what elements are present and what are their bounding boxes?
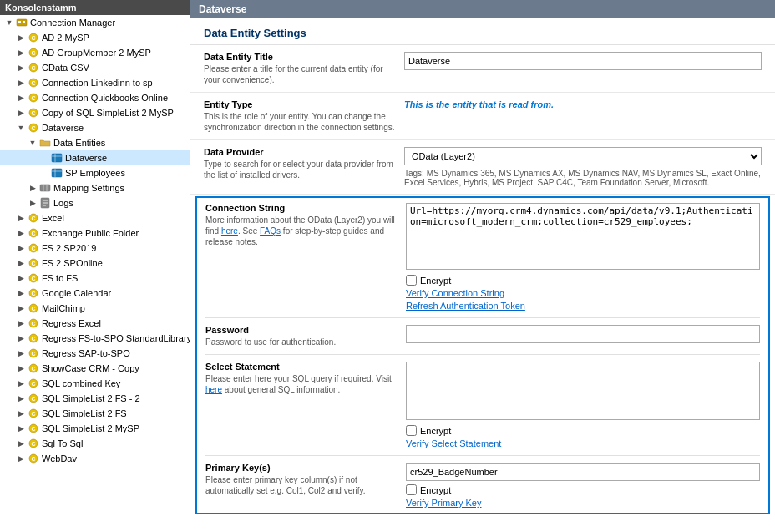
sidebar-label: Copy of SQL SimpleList 2 MySP [42,108,174,118]
data-provider-control: OData (Layer2) Tags: MS Dynamics 365, MS… [404,147,762,187]
svg-rect-0 [17,19,27,26]
sidebar-item-quickbooks[interactable]: ▶ C Connection Quickbooks Online [0,90,190,105]
sidebar-label: SQL SimpleList 2 FS [42,408,127,418]
primary-keys-input[interactable] [406,463,760,481]
svg-text:C: C [31,80,35,86]
toggle-icon: ▶ [15,424,27,433]
sidebar-item-sql-simplelist-fs[interactable]: ▶ C SQL SimpleList 2 FS [0,406,190,421]
sidebar-item-mailchimp[interactable]: ▶ C MailChimp [0,301,190,316]
sidebar-item-showcase-crm[interactable]: ▶ C ShowCase CRM - Copy [0,361,190,376]
sidebar-item-sql-to-sql[interactable]: ▶ C Sql To Sql [0,436,190,451]
toggle-icon: ▼ [27,139,38,147]
connection-string-label: Connection String [205,203,398,213]
connection-string-link-faqs[interactable]: FAQs [260,226,281,236]
sidebar-item-logs[interactable]: ▶ Logs [0,195,190,210]
refresh-auth-token-link[interactable]: Refresh Authentication Token [406,301,760,311]
sidebar-item-mapping-settings[interactable]: ▶ Mapping Settings [0,180,190,195]
sidebar-label: Regress SAP-to-SPO [42,348,130,358]
table-icon [50,166,63,180]
sidebar-item-webdav[interactable]: ▶ C WebDav [0,451,190,466]
svg-text:C: C [31,110,35,116]
entity-title-desc: Please enter a title for the current dat… [204,63,396,85]
sidebar-label: ShowCase CRM - Copy [42,363,139,373]
connection-string-textarea[interactable]: Url=https://myorg.crm4.dynamics.com/api/… [406,203,760,270]
sidebar-item-data-entities[interactable]: ▼ Data Entities [0,135,190,150]
sidebar-item-regress-excel[interactable]: ▶ C Regress Excel [0,316,190,331]
sidebar-item-regress-fs-spo[interactable]: ▶ C Regress FS-to-SPO StandardLibrary [0,331,190,346]
sidebar: Konsolenstamm ▼ Connection Manager ▶ C A… [0,0,190,532]
sidebar-item-sp-employees[interactable]: SP Employees [0,165,190,180]
primary-keys-label-col: Primary Key(s) Please enter primary key … [205,463,406,496]
select-statement-textarea[interactable] [406,362,760,420]
map-icon [38,181,52,195]
entity-title-input[interactable] [404,52,762,70]
sidebar-item-excel[interactable]: ▶ C Excel [0,210,190,225]
conn-icon: C [27,301,40,315]
password-input[interactable] [406,325,760,343]
select-statement-desc: Please enter here your SQL query if requ… [205,373,398,395]
verify-select-statement-link[interactable]: Verify Select Statement [406,438,760,448]
svg-text:C: C [31,65,35,71]
sidebar-item-copy-sql[interactable]: ▶ C Copy of SQL SimpleList 2 MySP [0,105,190,120]
sidebar-label: Dataverse [65,153,107,163]
toggle-icon: ▶ [15,48,27,57]
select-encrypt-checkbox[interactable] [406,425,417,436]
sidebar-item-exchange[interactable]: ▶ C Exchange Public Folder [0,225,190,241]
sidebar-item-fstofs[interactable]: ▶ C FS to FS [0,271,190,286]
select-desc-suffix: about general SQL information. [222,385,340,394]
conn-icon: C [27,286,40,300]
svg-text:C: C [31,411,35,417]
sidebar-item-google-calendar[interactable]: ▶ C Google Calendar [0,286,190,301]
conn-icon: C [27,121,40,134]
sidebar-item-dataverse[interactable]: ▼ C Dataverse [0,120,190,135]
conn-icon: C [27,437,40,450]
sidebar-label: SQL combined Key [42,378,120,388]
svg-text:C: C [31,246,35,251]
toggle-icon: ▶ [15,409,27,418]
sidebar-label: Connection Manager [30,18,115,28]
data-provider-tags: Tags: MS Dynamics 365, MS Dynamics AX, M… [404,169,762,187]
sidebar-item-linkedinn[interactable]: ▶ C Connection Linkedinn to sp [0,75,190,90]
sidebar-item-adgroupmember[interactable]: ▶ C AD GroupMember 2 MySP [0,45,190,60]
conn-icon: C [27,452,40,465]
sidebar-item-sql-simplelist-fs2[interactable]: ▶ C SQL SimpleList 2 FS - 2 [0,391,190,406]
conn-icon: C [27,317,40,330]
sidebar-item-fs2sponline[interactable]: ▶ C FS 2 SPOnline [0,256,190,271]
svg-text:C: C [31,261,35,266]
svg-text:C: C [31,381,35,387]
entity-type-label: Entity Type [204,99,396,109]
sidebar-item-sql-simplelist-mysp[interactable]: ▶ C SQL SimpleList 2 MySP [0,421,190,436]
sidebar-item-dataverse-entity[interactable]: Dataverse [0,150,190,165]
sidebar-label: Mapping Settings [53,183,124,193]
sidebar-item-regress-sap[interactable]: ▶ C Regress SAP-to-SPO [0,346,190,361]
verify-connection-string-link[interactable]: Verify Connection String [406,288,760,298]
sidebar-label: CData CSV [42,63,89,73]
sidebar-label: SQL SimpleList 2 FS - 2 [42,393,140,403]
svg-text:C: C [31,456,35,462]
conn-icon: C [27,392,40,405]
sidebar-item-sql-combined[interactable]: ▶ C SQL combined Key [0,376,190,391]
svg-text:C: C [31,50,35,56]
data-provider-select[interactable]: OData (Layer2) [404,147,762,165]
sidebar-item-cdata-csv[interactable]: ▶ C CData CSV [0,60,190,75]
toggle-icon: ▶ [15,304,27,312]
svg-text:C: C [31,321,35,327]
connection-string-link-here[interactable]: here [221,226,238,236]
password-control [406,325,760,343]
connection-string-encrypt-checkbox[interactable] [406,275,417,286]
select-desc-link[interactable]: here [205,385,222,394]
connection-string-encrypt-row: Encrypt [406,275,760,286]
main-body: Data Entity Settings Data Entity Title P… [190,18,775,532]
folder-icon [38,136,52,149]
sidebar-item-ad2mysp[interactable]: ▶ C AD 2 MySP [0,30,190,45]
primary-keys-encrypt-label: Encrypt [420,485,451,495]
verify-primary-key-link[interactable]: Verify Primary Key [406,498,760,508]
primary-keys-encrypt-checkbox[interactable] [406,484,417,495]
entity-title-label-col: Data Entity Title Please enter a title f… [204,52,404,85]
sidebar-item-connection-manager[interactable]: ▼ Connection Manager [0,15,190,30]
sidebar-label: MailChimp [42,303,85,313]
toggle-icon: ▶ [15,289,27,297]
sidebar-item-fs2sp2019[interactable]: ▶ C FS 2 SP2019 [0,241,190,256]
svg-text:C: C [31,125,35,131]
svg-text:C: C [31,276,35,281]
